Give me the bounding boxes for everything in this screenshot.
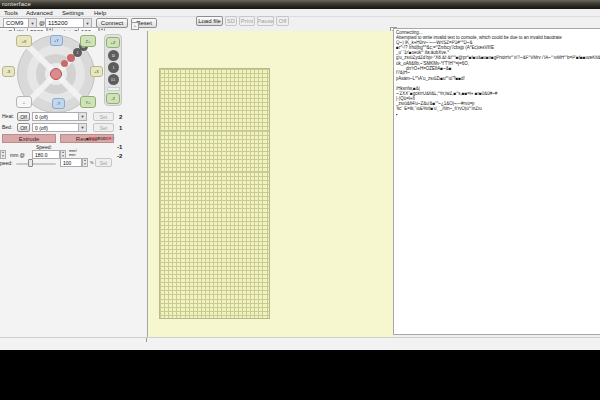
status-bar: [0, 337, 600, 350]
jog-minus-z-button[interactable]: -Z: [106, 93, 120, 104]
home-y-button[interactable]: Y⌂: [80, 96, 96, 108]
heat-label: Heat:: [2, 113, 14, 119]
mm-at-label: mm @: [10, 152, 25, 158]
left-panel-collapse-button[interactable]: +: [131, 22, 139, 30]
screen: ronterface Tools Advanced Settings Help …: [0, 0, 600, 400]
sd-button[interactable]: SD: [225, 16, 237, 26]
heat-temp-value: 0 (off): [35, 114, 48, 120]
speed-slider[interactable]: [16, 163, 56, 165]
extruder-gauge: ■!EXTRUDER!!: [86, 137, 114, 141]
menu-tools[interactable]: Tools: [4, 10, 18, 16]
jog-minus-y-button[interactable]: -Y: [52, 98, 65, 109]
speed-slider-thumb[interactable]: [28, 159, 33, 167]
heat-temp-select[interactable]: 0 (off) ▼: [32, 112, 87, 121]
off-button[interactable]: Off: [276, 16, 289, 26]
z-strip-segment[interactable]: [107, 87, 120, 91]
console-line: ▪: [396, 112, 600, 117]
print-speed-label: peed:: [0, 160, 13, 166]
menu-help[interactable]: Help: [94, 10, 106, 16]
menu-bar: Tools Advanced Settings Help: [0, 9, 600, 17]
bed-off-button[interactable]: Off: [17, 123, 30, 132]
jog-pad: 1 10 100 ⌂X +Y Z⌂ -X +X ⌂ -Y Y⌂: [8, 33, 104, 111]
title-bar[interactable]: ronterface: [0, 0, 600, 9]
jog-center-dot[interactable]: [50, 68, 62, 80]
pause-button[interactable]: Pause: [257, 16, 274, 26]
gauge-number: 1: [119, 125, 122, 131]
speed-set-button[interactable]: Set: [95, 158, 112, 167]
console-text: Connecting... Attempted to write invalid…: [396, 30, 600, 117]
gauge-number: -1: [117, 144, 122, 150]
gauge-number: -2: [117, 153, 122, 159]
chevron-down-icon[interactable]: ▼: [83, 19, 91, 27]
heat-set-button[interactable]: Set: [93, 112, 114, 121]
jog-plus-z-button[interactable]: +Z: [106, 37, 120, 48]
build-plate-view[interactable]: [147, 31, 393, 337]
heat-off-button[interactable]: Off: [17, 112, 30, 121]
bed-label: Bed:: [2, 124, 12, 130]
mm-min-label: mm/min: [69, 149, 77, 157]
z-distance-dot-1[interactable]: 1: [108, 62, 119, 73]
home-all-button[interactable]: ⌂: [16, 96, 32, 108]
pronterface-window: ronterface Tools Advanced Settings Help …: [0, 0, 600, 350]
print-button[interactable]: Print: [239, 16, 255, 26]
jog-minus-x-button[interactable]: -X: [2, 66, 15, 77]
gauge-number: 2: [119, 114, 122, 120]
menu-settings[interactable]: Settings: [62, 10, 84, 16]
chevron-down-icon[interactable]: ▼: [78, 124, 86, 131]
extrude-speed-input[interactable]: 180.0: [32, 150, 60, 159]
home-x-button[interactable]: ⌂X: [16, 35, 32, 47]
bed-temp-value: 0 (off): [35, 125, 48, 131]
baud-select-value: 115200: [48, 20, 68, 26]
menu-advanced[interactable]: Advanced: [26, 10, 53, 16]
window-title: ronterface: [2, 1, 31, 7]
chevron-down-icon[interactable]: ▼: [28, 19, 36, 27]
jog-plus-y-button[interactable]: +Y: [50, 35, 63, 46]
console-log[interactable]: Connecting... Attempted to write invalid…: [393, 28, 600, 335]
chevron-down-icon[interactable]: ▼: [78, 113, 86, 120]
load-file-button[interactable]: Load file: [196, 16, 223, 26]
z-distance-dot-01[interactable]: 0.1: [108, 74, 119, 85]
splitter-notch[interactable]: [146, 338, 147, 342]
build-plate-grid[interactable]: [159, 68, 270, 319]
control-panel: 1 10 100 ⌂X +Y Z⌂ -X +X ⌂ -Y Y⌂ +Z 10 1 …: [0, 31, 146, 337]
port-select-value: COM9: [6, 20, 23, 26]
extrude-button[interactable]: Extrude: [2, 134, 56, 143]
home-z-button[interactable]: Z⌂: [80, 35, 96, 47]
speed-percent-input[interactable]: 100: [60, 158, 82, 167]
speed-percent-stepper[interactable]: ▲▼: [82, 158, 88, 167]
jog-plus-x-button[interactable]: +X: [90, 66, 103, 77]
jog-distance-dot[interactable]: [61, 60, 68, 67]
extrude-length-stepper[interactable]: ▲▼: [0, 150, 6, 159]
z-jog-strip: +Z 10 1 0.1 -Z: [104, 34, 122, 106]
z-distance-dot-10[interactable]: 10: [108, 50, 119, 61]
bed-temp-select[interactable]: 0 (off) ▼: [32, 123, 87, 132]
percent-label: %: [90, 160, 94, 165]
bed-set-button[interactable]: Set: [93, 123, 114, 132]
